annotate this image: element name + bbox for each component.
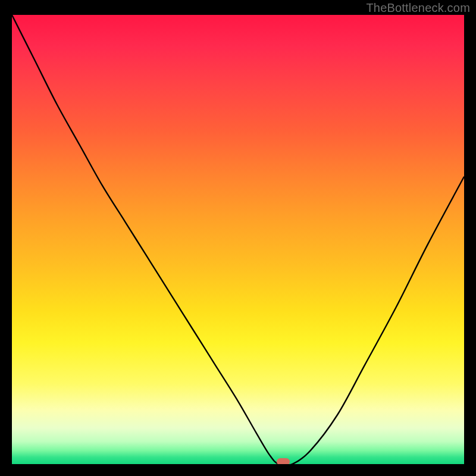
plot-area: [12, 15, 464, 464]
watermark-text: TheBottleneck.com: [366, 1, 470, 15]
chart-frame: TheBottleneck.com: [0, 0, 476, 476]
bottleneck-curve: [12, 15, 464, 464]
optimal-point-marker: [277, 458, 290, 464]
